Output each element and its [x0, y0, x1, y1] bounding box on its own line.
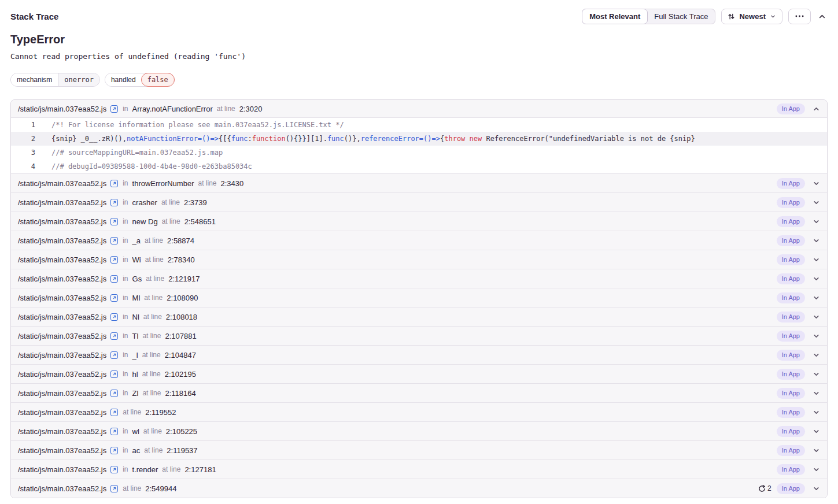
frame-header-row[interactable]: /static/js/main.037eaa52.js in _l at lin… [11, 346, 827, 364]
external-link-icon[interactable] [110, 105, 118, 113]
frame-file-path: /static/js/main.037eaa52.js [18, 389, 106, 398]
frame-at-line-word: at line [162, 217, 180, 225]
external-link-icon[interactable] [110, 485, 118, 492]
frame-header-row[interactable]: /static/js/main.037eaa52.js in crasher a… [11, 193, 827, 212]
frame-chevron-icon[interactable] [813, 466, 820, 473]
frame-header-row[interactable]: /static/js/main.037eaa52.js in wl at lin… [11, 422, 827, 440]
stack-frame: /static/js/main.037eaa52.js in t.render … [11, 459, 827, 479]
frame-header-row[interactable]: /static/js/main.037eaa52.js in Nl at lin… [11, 307, 827, 326]
stack-frame: /static/js/main.037eaa52.js at line 2:11… [11, 402, 827, 421]
frame-chevron-icon[interactable] [813, 294, 820, 302]
frame-header-row[interactable]: /static/js/main.037eaa52.js at line 2:11… [11, 403, 827, 421]
sort-button[interactable]: Newest [721, 9, 782, 24]
frame-file-path: /static/js/main.037eaa52.js [18, 370, 106, 379]
in-app-badge: In App [777, 331, 805, 342]
external-link-icon[interactable] [110, 294, 118, 302]
stack-frames-list: /static/js/main.037eaa52.js in Array.not… [10, 99, 828, 498]
frame-header-row[interactable]: /static/js/main.037eaa52.js in throwErro… [11, 174, 827, 192]
frame-header-row[interactable]: /static/js/main.037eaa52.js at line 2:54… [11, 479, 827, 498]
frame-function-name: t.render [132, 465, 158, 474]
frame-in-word: in [123, 313, 128, 321]
frame-function-name: _l [132, 351, 138, 360]
external-link-icon[interactable] [110, 409, 118, 416]
frame-header-row[interactable]: /static/js/main.037eaa52.js in t.render … [11, 460, 827, 479]
in-app-badge: In App [777, 273, 805, 284]
frame-line-number: 2:108018 [166, 313, 197, 321]
frame-header-row[interactable]: /static/js/main.037eaa52.js in new Dg at… [11, 212, 827, 231]
stack-frame: /static/js/main.037eaa52.js in new Dg at… [11, 212, 827, 231]
stack-frame: /static/js/main.037eaa52.js in hl at lin… [11, 364, 827, 383]
more-options-button[interactable] [788, 9, 811, 24]
external-link-icon[interactable] [110, 447, 118, 454]
frame-chevron-icon[interactable] [813, 351, 820, 359]
external-link-icon[interactable] [110, 180, 118, 187]
frame-header-row[interactable]: /static/js/main.037eaa52.js in hl at lin… [11, 365, 827, 383]
frame-chevron-icon[interactable] [813, 332, 820, 340]
frame-header-row[interactable]: /static/js/main.037eaa52.js in Gs at lin… [11, 269, 827, 288]
frame-chevron-icon[interactable] [813, 105, 820, 113]
frame-function-name: Gs [132, 275, 142, 283]
frame-in-word: in [123, 465, 128, 473]
frame-header-row[interactable]: /static/js/main.037eaa52.js in Tl at lin… [11, 327, 827, 345]
external-link-icon[interactable] [110, 237, 118, 244]
view-toggle-full-stack-trace[interactable]: Full Stack Trace [647, 9, 715, 24]
external-link-icon[interactable] [110, 256, 118, 264]
frame-chevron-icon[interactable] [813, 370, 820, 378]
frame-in-word: in [123, 294, 128, 302]
frame-line-number: 2:549944 [145, 484, 176, 493]
external-link-icon[interactable] [110, 390, 118, 397]
frame-header-row[interactable]: /static/js/main.037eaa52.js in Zl at lin… [11, 384, 827, 402]
frame-chevron-icon[interactable] [813, 275, 820, 283]
frame-chevron-icon[interactable] [813, 447, 820, 454]
frame-chevron-icon[interactable] [813, 237, 820, 244]
code-line-text: {snip} _0__.zR)(),notAFunctionError=()=>… [35, 135, 695, 143]
frame-header-row[interactable]: /static/js/main.037eaa52.js in ac at lin… [11, 441, 827, 459]
frame-header-row[interactable]: /static/js/main.037eaa52.js in Array.not… [11, 100, 827, 117]
frame-at-line-word: at line [144, 294, 163, 302]
external-link-icon[interactable] [110, 351, 118, 359]
frame-chevron-icon[interactable] [813, 485, 820, 492]
frame-function-name: Array.notAFunctionError [132, 105, 213, 113]
frame-at-line-word: at line [143, 313, 162, 321]
frame-at-line-word: at line [145, 255, 164, 264]
frame-chevron-icon[interactable] [813, 390, 820, 397]
error-type-title: TypeError [10, 33, 828, 46]
frame-chevron-icon[interactable] [813, 256, 820, 264]
frame-function-name: ac [132, 446, 141, 455]
external-link-icon[interactable] [110, 466, 118, 473]
frame-chevron-icon[interactable] [813, 180, 820, 187]
frame-function-name: hl [132, 370, 138, 379]
frame-file-path: /static/js/main.037eaa52.js [18, 351, 106, 360]
code-context: 1 /*! For license information please see… [11, 117, 827, 173]
frame-chevron-icon[interactable] [813, 199, 820, 206]
external-link-icon[interactable] [110, 275, 118, 283]
external-link-icon[interactable] [110, 218, 118, 225]
frame-header-row[interactable]: /static/js/main.037eaa52.js in _a at lin… [11, 231, 827, 250]
frame-chevron-icon[interactable] [813, 313, 820, 321]
frame-chevron-icon[interactable] [813, 409, 820, 416]
frame-header-row[interactable]: /static/js/main.037eaa52.js in Ml at lin… [11, 288, 827, 307]
tag-value: false [141, 73, 175, 87]
frame-function-name: Tl [132, 332, 139, 340]
collapse-section-button[interactable] [817, 12, 828, 21]
stack-frame: /static/js/main.037eaa52.js in ac at lin… [11, 440, 827, 459]
view-toggle-most-relevant[interactable]: Most Relevant [582, 9, 648, 24]
frame-file-path: /static/js/main.037eaa52.js [18, 332, 106, 340]
external-link-icon[interactable] [110, 370, 118, 378]
frame-in-word: in [123, 427, 128, 435]
external-link-icon[interactable] [110, 332, 118, 340]
external-link-icon[interactable] [110, 313, 118, 321]
frame-in-word: in [123, 217, 128, 225]
frame-header-row[interactable]: /static/js/main.037eaa52.js in Wi at lin… [11, 250, 827, 269]
external-link-icon[interactable] [110, 199, 118, 206]
frame-line-number: 2:3739 [184, 198, 207, 207]
frame-line-number: 2:118164 [165, 389, 195, 398]
tag-value: onerror [58, 73, 99, 86]
frame-file-path: /static/js/main.037eaa52.js [18, 465, 106, 474]
in-app-badge: In App [777, 254, 805, 265]
frame-in-word: in [123, 332, 128, 340]
external-link-icon[interactable] [110, 428, 118, 435]
frame-line-number: 2:58874 [167, 236, 194, 245]
frame-chevron-icon[interactable] [813, 428, 820, 435]
frame-chevron-icon[interactable] [813, 218, 820, 225]
